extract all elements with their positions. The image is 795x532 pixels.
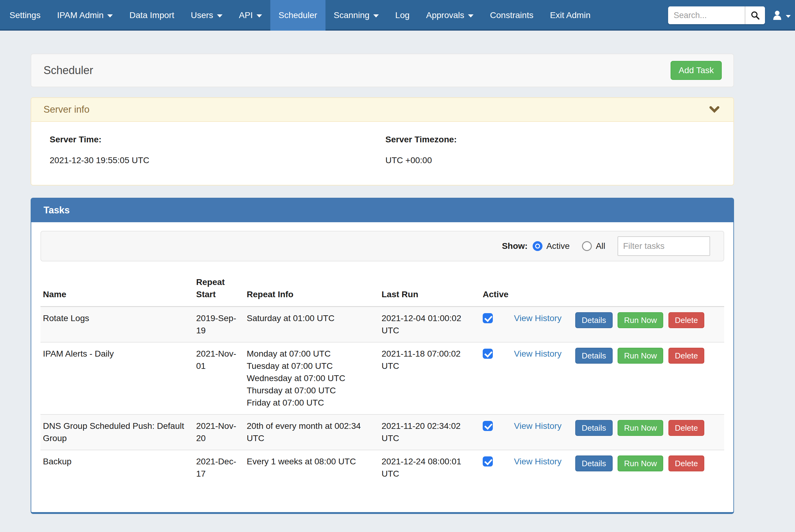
nav-item-api[interactable]: API (231, 0, 270, 31)
page-title: Scheduler (43, 64, 93, 77)
show-all-option: All (582, 241, 605, 251)
repeat-info-line: Saturday at 01:00 UTC (247, 312, 376, 324)
caret-down-icon (468, 14, 473, 17)
task-repeat-start: 2021-Nov-01 (194, 342, 244, 415)
task-repeat-info: Saturday at 01:00 UTC (244, 307, 379, 343)
active-checkbox[interactable] (483, 456, 493, 467)
tasks-title: Tasks (43, 205, 70, 216)
col-header-last-run: Last Run (379, 272, 480, 307)
navbar-search (668, 6, 765, 24)
run-now-button[interactable]: Run Now (617, 312, 663, 328)
details-button[interactable]: Details (575, 455, 612, 471)
show-label: Show: (502, 241, 528, 251)
server-timezone-label: Server Timezone: (385, 135, 721, 145)
nav-item-users[interactable]: Users (182, 0, 231, 31)
search-button[interactable] (745, 6, 765, 24)
col-header-actions (573, 272, 724, 307)
view-history-link[interactable]: View History (514, 314, 561, 323)
col-header-active: Active (480, 272, 511, 307)
nav-item-data-import[interactable]: Data Import (121, 0, 182, 31)
delete-button[interactable]: Delete (668, 312, 704, 328)
nav-item-exit-admin[interactable]: Exit Admin (542, 0, 599, 31)
task-repeat-start: 2019-Sep-19 (194, 307, 244, 343)
task-repeat-info: 20th of every month at 002:34 UTC (244, 415, 379, 450)
caret-down-icon (217, 14, 222, 17)
repeat-info-line: 20th of every month at 002:34 UTC (247, 420, 376, 444)
caret-down-icon (373, 14, 379, 17)
task-name: Backup (40, 450, 194, 485)
task-last-run: 2021-11-18 07:00:02 UTC (379, 342, 480, 415)
view-history-link[interactable]: View History (514, 421, 561, 431)
task-repeat-info: Monday at 07:00 UTCTuesday at 07:00 UTCW… (244, 342, 379, 415)
nav-item-scheduler[interactable]: Scheduler (270, 0, 325, 31)
nav-item-scanning[interactable]: Scanning (325, 0, 387, 31)
active-checkbox[interactable] (483, 313, 493, 323)
task-name: DNS Group Scheduled Push: Default Group (40, 415, 194, 450)
active-checkbox[interactable] (483, 349, 493, 359)
tasks-filter-bar: Show: Active All (40, 231, 724, 261)
top-navbar: Settings IPAM Admin Data Import Users AP… (0, 0, 795, 31)
server-info-body: Server Time: 2021-12-30 19:55:05 UTC Ser… (31, 122, 734, 185)
server-info-panel: Server info Server Time: 2021-12-30 19:5… (31, 97, 734, 186)
view-history-link[interactable]: View History (514, 457, 561, 466)
filter-tasks-input[interactable] (617, 236, 710, 256)
col-header-name: Name (40, 272, 194, 307)
task-name: Rotate Logs (40, 307, 194, 343)
details-button[interactable]: Details (575, 348, 612, 364)
server-time-label: Server Time: (50, 135, 385, 145)
nav-item-settings[interactable]: Settings (1, 0, 49, 31)
nav-item-constraints[interactable]: Constraints (482, 0, 542, 31)
tasks-table-body: Rotate Logs 2019-Sep-19 Saturday at 01:0… (40, 307, 724, 486)
repeat-info-line: Friday at 07:00 UTC (247, 397, 376, 409)
main-content: Scheduler Add Task Server info Server Ti… (31, 54, 734, 514)
server-timezone-block: Server Timezone: UTC +00:00 (385, 135, 721, 165)
delete-button[interactable]: Delete (668, 455, 704, 471)
details-button[interactable]: Details (575, 420, 612, 436)
col-header-history (511, 272, 573, 307)
server-info-title: Server info (43, 104, 90, 115)
show-active-radio[interactable] (532, 241, 542, 251)
search-input[interactable] (668, 6, 745, 24)
search-icon (751, 11, 760, 20)
col-header-repeat-start: Repeat Start (194, 272, 244, 307)
repeat-info-line: Thursday at 07:00 UTC (247, 384, 376, 397)
nav-item-log[interactable]: Log (387, 0, 418, 31)
user-menu-button[interactable] (772, 10, 791, 20)
repeat-info-line: Wednesday at 07:00 UTC (247, 372, 376, 384)
repeat-info-line: Every 1 weeks at 08:00 UTC (247, 455, 376, 468)
nav-item-ipam-admin[interactable]: IPAM Admin (49, 0, 121, 31)
repeat-info-line: Monday at 07:00 UTC (247, 348, 376, 360)
scheduler-header-panel: Scheduler Add Task (31, 54, 734, 87)
col-header-repeat-info: Repeat Info (244, 272, 379, 307)
task-repeat-start: 2021-Nov-20 (194, 415, 244, 450)
run-now-button[interactable]: Run Now (617, 420, 663, 436)
table-row: IPAM Alerts - Daily 2021-Nov-01 Monday a… (40, 342, 724, 415)
run-now-button[interactable]: Run Now (617, 455, 663, 471)
caret-down-icon (107, 14, 113, 17)
nav-item-approvals[interactable]: Approvals (418, 0, 482, 31)
tasks-table: Name Repeat Start Repeat Info Last Run A… (40, 272, 724, 485)
task-repeat-info: Every 1 weeks at 08:00 UTC (244, 450, 379, 485)
server-timezone-value: UTC +00:00 (385, 155, 721, 165)
repeat-info-line: Tuesday at 07:00 UTC (247, 360, 376, 372)
view-history-link[interactable]: View History (514, 349, 561, 358)
user-icon (772, 10, 782, 20)
run-now-button[interactable]: Run Now (617, 348, 663, 364)
delete-button[interactable]: Delete (668, 420, 704, 436)
show-active-label: Active (546, 241, 570, 251)
tasks-panel-header: Tasks (31, 198, 734, 222)
add-task-button[interactable]: Add Task (671, 61, 722, 80)
task-name: IPAM Alerts - Daily (40, 342, 194, 415)
navbar-right-controls (668, 0, 791, 31)
table-header-row: Name Repeat Start Repeat Info Last Run A… (40, 272, 724, 307)
collapse-chevron-icon[interactable] (709, 106, 719, 113)
delete-button[interactable]: Delete (668, 348, 704, 364)
details-button[interactable]: Details (575, 312, 612, 328)
show-all-radio[interactable] (582, 241, 592, 251)
task-last-run: 2021-12-04 01:00:02 UTC (379, 307, 480, 343)
server-info-header[interactable]: Server info (31, 98, 734, 122)
server-time-block: Server Time: 2021-12-30 19:55:05 UTC (50, 135, 385, 165)
task-last-run: 2021-12-24 08:00:01 UTC (379, 450, 480, 485)
table-row: Rotate Logs 2019-Sep-19 Saturday at 01:0… (40, 307, 724, 343)
active-checkbox[interactable] (483, 421, 493, 431)
